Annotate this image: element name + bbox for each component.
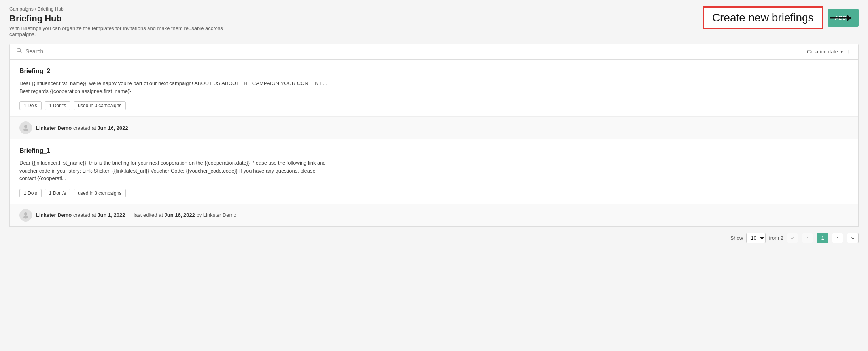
tag-campaigns-1[interactable]: used in 3 campaigns	[74, 189, 126, 197]
pagination-show-label: Show	[730, 235, 743, 241]
annotation-text: Create new briefings	[712, 11, 814, 24]
annotation-container: Create new briefings	[703, 6, 823, 29]
page-wrapper: Campaigns / Briefing Hub Briefing Hub Wi…	[0, 0, 868, 351]
search-input[interactable]	[26, 48, 144, 55]
header-left: Campaigns / Briefing Hub Briefing Hub Wi…	[9, 6, 247, 37]
created-prefix-1: created at	[73, 212, 97, 218]
arrow-line	[830, 17, 851, 19]
briefing-tags-2: 1 Do's 1 Dont's used in 0 campaigns	[19, 101, 849, 110]
breadcrumb-sep: /	[35, 6, 38, 12]
toolbar: Creation date ▾ ↓	[9, 44, 859, 59]
sort-controls: Creation date ▾ ↓	[807, 47, 852, 56]
author-name-2: Linkster Demo	[36, 125, 72, 131]
cards-container: Briefing_2 Dear {{influencer.first_name}…	[9, 59, 859, 227]
briefing-content-1: Dear {{influencer.first_name}}, this is …	[19, 159, 328, 182]
briefing-title-2[interactable]: Briefing_2	[19, 68, 849, 75]
breadcrumb-hub[interactable]: Briefing Hub	[38, 6, 64, 12]
edited-prefix-1: last edited at	[134, 212, 164, 218]
annotation-arrow	[830, 17, 851, 19]
annotation-box: Create new briefings	[703, 6, 823, 29]
briefing-content-2: Dear {{influencer.first_name}}, we're ha…	[19, 80, 328, 95]
created-date-1: Jun 1, 2022	[97, 212, 125, 218]
pagination-from-label: from 2	[769, 235, 783, 241]
tag-dos-1[interactable]: 1 Do's	[19, 189, 42, 197]
svg-point-4	[24, 212, 27, 216]
sort-chevron-down-icon[interactable]: ▾	[840, 49, 843, 55]
pagination-next-button[interactable]: ›	[832, 233, 843, 243]
card-footer-1: Linkster Demo created at Jun 1, 2022 las…	[10, 204, 858, 226]
created-date-2: Jun 16, 2022	[97, 125, 128, 131]
svg-point-5	[23, 216, 28, 218]
pagination-per-page-select[interactable]: 10 25 50	[746, 233, 766, 243]
edited-by-1: Linkster Demo	[203, 212, 236, 218]
avatar-2	[19, 121, 32, 134]
search-wrap	[16, 47, 807, 55]
briefing-card-1: Briefing_1 Dear {{influencer.first_name}…	[9, 139, 859, 227]
tag-dos-2[interactable]: 1 Do's	[19, 101, 42, 110]
pagination-prev-button[interactable]: ‹	[802, 233, 813, 243]
breadcrumb-campaigns[interactable]: Campaigns	[9, 6, 34, 12]
header-right: Create new briefings ADD +	[703, 6, 859, 29]
pagination-last-button[interactable]: »	[847, 233, 859, 243]
tag-donts-2[interactable]: 1 Dont's	[45, 101, 71, 110]
edited-separator	[127, 212, 132, 218]
footer-info-1: Linkster Demo created at Jun 1, 2022 las…	[36, 212, 236, 218]
briefing-title-1[interactable]: Briefing_1	[19, 147, 849, 154]
card-body-1: Briefing_1 Dear {{influencer.first_name}…	[10, 139, 858, 204]
briefing-tags-1: 1 Do's 1 Dont's used in 3 campaigns	[19, 189, 849, 197]
tag-campaigns-2[interactable]: used in 0 campaigns	[74, 101, 126, 110]
svg-point-3	[23, 129, 28, 131]
sort-label: Creation date	[807, 49, 838, 55]
breadcrumb: Campaigns / Briefing Hub	[9, 6, 247, 12]
card-body-2: Briefing_2 Dear {{influencer.first_name}…	[10, 60, 858, 116]
tag-donts-1[interactable]: 1 Dont's	[45, 189, 71, 197]
sort-desc-button[interactable]: ↓	[845, 47, 852, 56]
pagination-page-1-button[interactable]: 1	[817, 233, 828, 243]
briefing-card-2: Briefing_2 Dear {{influencer.first_name}…	[9, 59, 859, 139]
search-icon	[16, 47, 23, 55]
edited-by-prefix: by	[196, 212, 203, 218]
page-title: Briefing Hub	[9, 13, 247, 24]
arrowhead	[847, 15, 852, 21]
svg-point-2	[24, 125, 27, 128]
created-prefix-2: created at	[73, 125, 97, 131]
footer-info-2: Linkster Demo created at Jun 16, 2022	[36, 125, 128, 131]
edited-date-1: Jun 16, 2022	[165, 212, 195, 218]
page-header: Campaigns / Briefing Hub Briefing Hub Wi…	[9, 6, 859, 37]
author-name-1: Linkster Demo	[36, 212, 72, 218]
pagination-bar: Show 10 25 50 from 2 « ‹ 1 › »	[9, 227, 859, 243]
avatar-1	[19, 209, 32, 222]
svg-line-1	[20, 51, 22, 53]
card-footer-2: Linkster Demo created at Jun 16, 2022	[10, 116, 858, 139]
pagination-first-button[interactable]: «	[787, 233, 798, 243]
page-description: With Briefings you can organize the temp…	[9, 25, 247, 37]
